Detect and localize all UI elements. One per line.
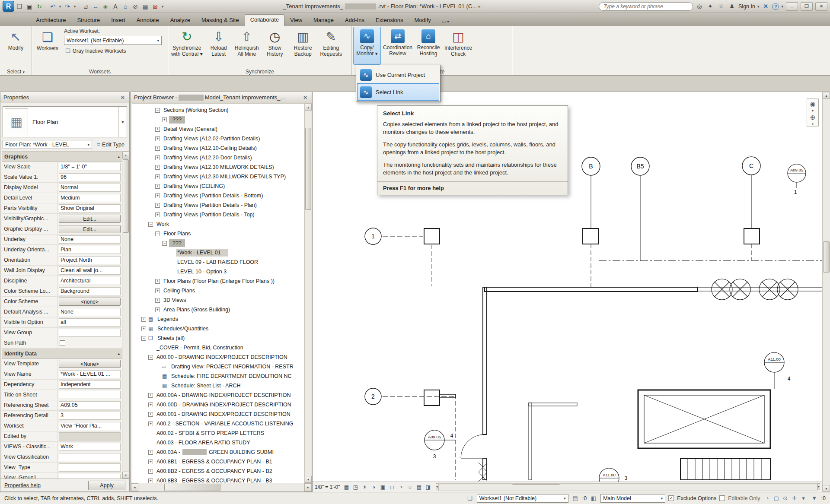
collapse-icon[interactable]: −	[148, 222, 153, 227]
tab-extensions[interactable]: Extensions	[370, 15, 409, 26]
filter-icon[interactable]: ▼	[811, 494, 818, 502]
minimize-button[interactable]: –	[786, 2, 798, 11]
property-checkbox[interactable]	[60, 340, 65, 346]
panel-label-synchronize[interactable]: Synchronize	[168, 69, 351, 75]
properties-scrollbar[interactable]: ▴ ▾	[122, 152, 129, 479]
tab-massing-site[interactable]: Massing & Site	[196, 15, 245, 26]
grid-bubble-b5[interactable]: B5	[636, 163, 644, 170]
modify-panel-toggle-icon[interactable]: ▭ ▾	[439, 17, 452, 26]
tree-item-a00-02-sfdbi-sffd-preapp-letters[interactable]: A00.02 - SFDBI & SFFD PREAPP LETTERS	[132, 428, 304, 438]
expand-icon[interactable]: +	[148, 479, 153, 483]
tree-item-cover-permit-bid-construction[interactable]: _COVER - Permit, Bid, Construction	[132, 343, 304, 352]
callout-sheet-ref-3[interactable]: A09.05	[428, 434, 441, 439]
copy-monitor-button[interactable]: ∿Copy/Monitor ▾	[353, 27, 381, 65]
grid-bubble-2[interactable]: 2	[371, 393, 375, 400]
tree-item-floor-plans[interactable]: −Floor Plans	[132, 229, 304, 238]
tree-item-legends[interactable]: +▤Legends	[132, 314, 304, 324]
redo-icon[interactable]: ↷	[63, 2, 72, 11]
type-selector[interactable]: ▦ Floor Plan ▾	[3, 106, 127, 137]
tree-item-a00-03a-green-building-submi[interactable]: +A00.03A - GREEN BUILDING SUBMI	[132, 447, 304, 457]
tree-item-drafting-views-a12-30-millwork-details[interactable]: +Drafting Views (A12.30 MILLWORK DETAILS…	[132, 162, 304, 172]
expand-icon[interactable]: +	[162, 117, 167, 122]
text-icon[interactable]: A	[111, 2, 120, 11]
tree-item-level-09-lab-raised-floor[interactable]: LEVEL 09 - LAB RAISED FLOOR	[132, 257, 304, 267]
collapse-icon[interactable]: −	[141, 336, 146, 341]
tab-modify[interactable]: Modify	[409, 15, 436, 26]
section-icon[interactable]: ⊘	[131, 2, 140, 11]
property-value[interactable]: Architectural	[59, 277, 121, 285]
modify-button[interactable]: ↖ Modify	[2, 27, 30, 65]
property-value[interactable]	[59, 474, 121, 479]
tab-structure[interactable]: Structure	[71, 15, 105, 26]
scroll-up-icon[interactable]: ▴	[122, 152, 129, 158]
expand-icon[interactable]: +	[148, 469, 153, 474]
synchronize-with-central-button[interactable]: ↻Synchronizewith Central ▾	[169, 27, 204, 65]
scroll-down-icon[interactable]: ▾	[305, 476, 312, 483]
tree-item-drafting-views-partition-details-bottom[interactable]: +Drafting Views (Partition Details - Bot…	[132, 191, 304, 200]
grid-bubble-1[interactable]: 1	[371, 233, 375, 240]
tab-analyze[interactable]: Analyze	[165, 15, 196, 26]
close-button[interactable]: ✕	[815, 2, 827, 11]
sign-in-person-icon[interactable]: ♟	[728, 2, 736, 11]
expand-icon[interactable]: +	[155, 136, 160, 141]
tree-item-[interactable]: +???	[132, 115, 304, 124]
worksharing-display-icon[interactable]: ▤	[415, 483, 424, 491]
menu-item-select-link[interactable]: ∿ Select Link	[357, 83, 439, 101]
select-links-icon[interactable]: ▢	[773, 494, 780, 502]
schedule-icon[interactable]: ▦	[140, 2, 150, 11]
reload-latest-button[interactable]: ⇩ReloadLatest	[205, 27, 233, 65]
project-browser-scrollbar[interactable]: ▴ ▾	[304, 104, 312, 483]
select-pinned-elements-icon[interactable]: ⊙	[782, 494, 789, 502]
property-value[interactable]: Plan	[59, 246, 121, 254]
expand-icon[interactable]: +	[155, 298, 160, 303]
collapse-group-icon[interactable]: ▴	[118, 352, 120, 356]
show-history-button[interactable]: ◷ShowHistory	[261, 27, 289, 65]
tree-item-a00-8b1-egress-occupancy-plan-b1[interactable]: +A00.8B1 - EGRESS & OCCUPANCY PLAN - B1	[132, 457, 304, 466]
scroll-up-icon[interactable]: ▴	[823, 92, 830, 99]
expand-icon[interactable]: +	[148, 422, 153, 426]
tree-item-work-level-01[interactable]: *Work - LEVEL 01	[132, 248, 304, 257]
worksets-button[interactable]: ❏ Worksets	[34, 27, 61, 65]
scroll-up-icon[interactable]: ▴	[305, 104, 312, 111]
property-value[interactable]: 1/8" = 1'-0"	[59, 163, 121, 171]
expand-icon[interactable]: +	[155, 288, 160, 293]
tree-item-sections-working-section[interactable]: −Sections (Working Section)	[132, 105, 304, 115]
expand-icon[interactable]: +	[155, 184, 160, 189]
tree-item-area-plans-gross-building[interactable]: +Area Plans (Gross Building)	[132, 305, 304, 314]
expand-icon[interactable]: +	[155, 203, 160, 208]
property-value[interactable]: 3	[59, 412, 121, 420]
interference-check-button[interactable]: ◫InterferenceCheck	[443, 27, 474, 65]
properties-filter-select[interactable]: Floor Plan: *Work - LEVEL▾	[3, 140, 92, 149]
customize-qat-icon[interactable]: ▾	[160, 2, 165, 11]
editable-only-checkbox[interactable]	[719, 495, 725, 501]
property-value[interactable]: Show Original	[59, 204, 121, 212]
expand-icon[interactable]: +	[148, 412, 153, 417]
panel-label-worksets[interactable]: Worksets	[32, 69, 168, 75]
drawing-hscrollbar[interactable]: ◂ ▸	[436, 483, 820, 491]
tree-item-a00-001-drawing-index-project-description[interactable]: +A00.001 - DRAWING INDEX/PROJECT DESCRIP…	[132, 409, 304, 419]
property-value-button[interactable]: <None>	[59, 360, 121, 368]
undo-dropdown-icon[interactable]: ▾	[58, 2, 62, 11]
search-icon[interactable]: ◎	[695, 2, 704, 11]
tree-item-drafting-views-ceiling[interactable]: +Drafting Views (CEILING)	[132, 181, 304, 191]
expand-icon[interactable]: +	[155, 212, 160, 217]
tab-manage[interactable]: Manage	[308, 15, 339, 26]
sign-in-dropdown-icon[interactable]: ▾	[757, 4, 760, 9]
property-value[interactable]: Normal	[59, 184, 121, 192]
help-icon[interactable]: ?	[772, 3, 779, 10]
restore-button[interactable]: ❐	[801, 2, 813, 11]
reveal-hidden-elements-icon[interactable]: ☼	[406, 483, 415, 491]
project-browser-hscrollbar[interactable]: ◂ ▸	[131, 483, 312, 491]
expand-icon[interactable]: +	[148, 460, 153, 464]
property-value[interactable]	[59, 329, 121, 337]
property-value[interactable]: 96	[59, 173, 121, 181]
expand-icon[interactable]: +	[155, 193, 160, 198]
sign-in-label[interactable]: Sign In	[738, 3, 755, 10]
coordination-review-button[interactable]: ⇄CoordinationReview	[381, 27, 414, 65]
property-value[interactable]	[59, 453, 121, 461]
scroll-down-icon[interactable]: ▾	[122, 472, 129, 479]
expand-icon[interactable]: +	[155, 146, 160, 151]
help-dropdown-icon[interactable]: ▾	[781, 4, 783, 9]
property-value[interactable]: Project North	[59, 256, 121, 264]
expand-icon[interactable]: +	[148, 403, 153, 407]
